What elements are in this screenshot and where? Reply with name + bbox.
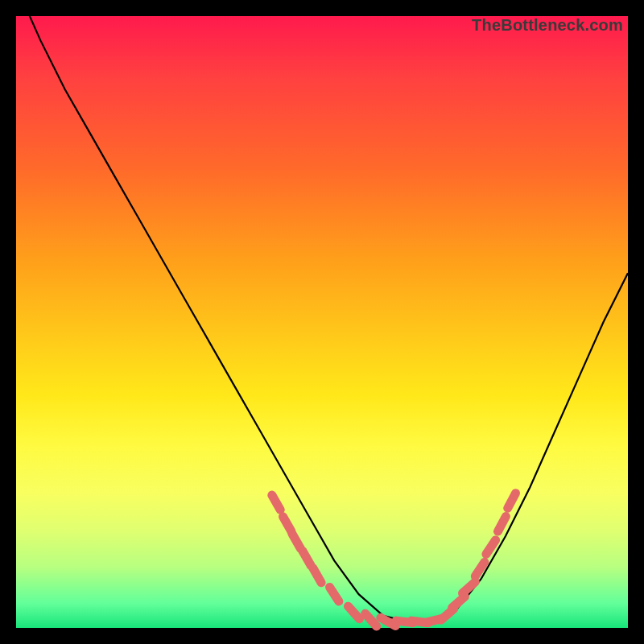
curve-marker xyxy=(365,613,377,626)
curve-marker xyxy=(292,534,300,548)
curve-marker xyxy=(313,568,321,583)
curve-marker xyxy=(349,606,360,619)
plot-area: TheBottleneck.com xyxy=(16,16,628,628)
curve-marker xyxy=(283,517,291,531)
curve-marker xyxy=(486,540,496,555)
bottleneck-chart xyxy=(16,16,628,628)
curve-marker xyxy=(508,493,516,509)
curve-marker xyxy=(463,582,476,593)
curve-marker xyxy=(272,495,280,510)
curve-marker xyxy=(498,517,506,532)
curve-marker xyxy=(330,587,339,601)
curve-marker xyxy=(452,597,465,608)
bottleneck-curve-path xyxy=(16,0,628,621)
chart-frame: TheBottleneck.com xyxy=(0,0,644,644)
marker-layer xyxy=(272,493,516,626)
curve-marker xyxy=(303,551,311,565)
